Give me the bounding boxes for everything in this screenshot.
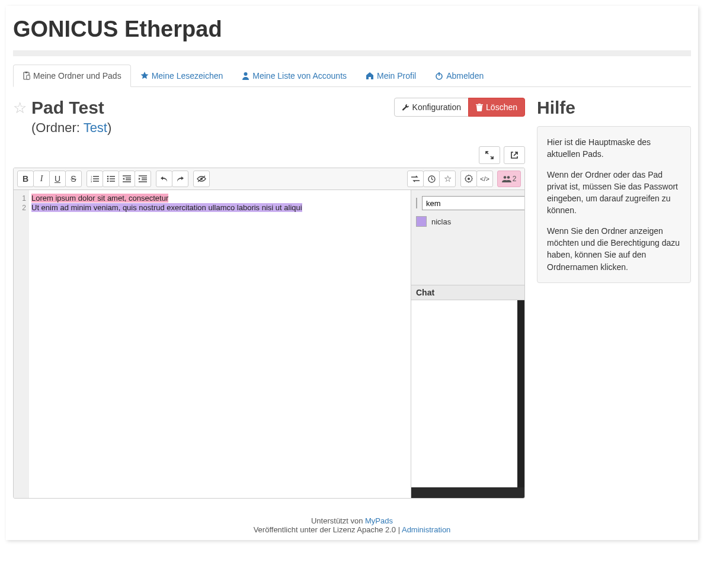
color-swatch[interactable] <box>416 198 417 208</box>
user-name: niclas <box>431 217 451 226</box>
editor-textarea[interactable]: Lorem ipsum dolor sit amet, consectetur … <box>29 190 411 498</box>
power-icon <box>435 72 443 80</box>
user-icon <box>242 72 249 80</box>
clock-icon <box>428 175 436 183</box>
chat-header[interactable]: Chat <box>411 285 524 300</box>
users-panel: niclas Chat <box>411 190 524 498</box>
mypads-link[interactable]: MyPads <box>365 516 393 525</box>
list-ol-icon: 123 <box>91 175 99 182</box>
color-swatch <box>416 216 427 227</box>
tab-profile[interactable]: Mein Profil <box>356 65 425 87</box>
svg-rect-2 <box>27 75 30 79</box>
expand-icon <box>485 151 494 159</box>
strike-button[interactable]: S <box>65 171 82 187</box>
editor-toolbar: B I U S 123 <box>14 168 524 190</box>
delete-button[interactable]: Löschen <box>468 98 525 117</box>
eye-slash-icon <box>197 175 206 182</box>
tab-bookmarks[interactable]: Meine Lesezeichen <box>131 65 233 87</box>
underline-button[interactable]: U <box>49 171 66 187</box>
undo-icon <box>160 175 168 182</box>
save-revision-button[interactable]: ☆ <box>439 171 456 187</box>
line-gutter: 1 2 <box>14 190 29 498</box>
my-username-input[interactable] <box>422 196 525 210</box>
tab-folders-label: Meine Ordner und Pads <box>33 71 121 81</box>
code-icon: </> <box>480 175 489 182</box>
indent-button[interactable] <box>135 171 151 187</box>
star-icon <box>140 72 149 80</box>
help-paragraph: Hier ist die Hauptmaske des aktuellen Pa… <box>547 136 681 160</box>
transfer-icon <box>411 175 420 182</box>
svg-point-30 <box>503 176 506 179</box>
import-export-button[interactable] <box>407 171 424 187</box>
unordered-list-button[interactable] <box>103 171 119 187</box>
star-outline-icon: ☆ <box>444 173 452 184</box>
footer: Unterstützt von MyPads Veröffentlicht un… <box>6 516 698 534</box>
help-title: Hilfe <box>537 98 691 118</box>
users-icon <box>502 175 511 182</box>
nav-tabs: Meine Ordner und Pads Meine Lesezeichen … <box>13 65 691 87</box>
folder-prefix: (Ordner: <box>31 120 84 135</box>
tab-logout[interactable]: Abmelden <box>425 65 493 87</box>
editor-line: Ut enim ad minim veniam, quis nostrud ex… <box>31 203 302 212</box>
user-row <box>416 196 520 210</box>
gear-icon <box>465 175 473 183</box>
config-button[interactable]: Konfiguration <box>394 98 469 117</box>
chat-scrollbar[interactable] <box>517 300 524 487</box>
chat-body <box>411 300 524 487</box>
outdent-icon <box>123 175 131 182</box>
settings-button[interactable] <box>460 171 477 187</box>
bookmark-star-icon[interactable]: ☆ <box>13 100 27 115</box>
admin-link[interactable]: Administration <box>402 525 450 534</box>
config-label: Konfiguration <box>412 102 462 112</box>
editor-line: Lorem ipsum dolor sit amet, consectetur <box>31 194 168 203</box>
svg-point-14 <box>107 178 109 180</box>
external-link-icon <box>510 151 519 159</box>
redo-button[interactable] <box>172 171 188 187</box>
help-paragraph: Wenn der Ordner oder das Pad privat ist,… <box>547 169 681 217</box>
bold-button[interactable]: B <box>17 171 34 187</box>
fullscreen-button[interactable] <box>479 146 500 164</box>
user-count: 2 <box>513 175 517 183</box>
pad-title: Pad Test <box>31 98 111 118</box>
ordered-list-button[interactable]: 123 <box>87 171 103 187</box>
folder-suffix: ) <box>107 120 111 135</box>
chat-input[interactable] <box>411 487 524 498</box>
tab-logout-label: Abmelden <box>446 71 484 81</box>
folder-line: (Ordner: Test) <box>31 120 111 136</box>
header-divider <box>13 50 691 56</box>
tab-accounts[interactable]: Meine Liste von Accounts <box>232 65 356 87</box>
line-number: 1 <box>14 194 28 203</box>
outdent-button[interactable] <box>119 171 135 187</box>
tab-bookmarks-label: Meine Lesezeichen <box>152 71 223 81</box>
redo-icon <box>176 175 184 182</box>
undo-button[interactable] <box>156 171 172 187</box>
list-ul-icon <box>107 175 115 182</box>
embed-button[interactable]: </> <box>476 171 493 187</box>
wrench-icon <box>402 104 409 111</box>
open-external-button[interactable] <box>504 146 525 164</box>
footer-license: Veröffentlicht unter der Lizenz Apache 2… <box>254 525 402 534</box>
user-row: niclas <box>416 216 520 227</box>
trash-icon <box>476 104 483 111</box>
site-title: GONICUS Etherpad <box>13 17 691 42</box>
svg-point-29 <box>468 178 470 180</box>
svg-text:3: 3 <box>91 180 92 182</box>
svg-rect-1 <box>25 72 28 73</box>
tab-profile-label: Mein Profil <box>377 71 416 81</box>
users-button[interactable]: 2 <box>497 171 521 187</box>
italic-button[interactable]: I <box>33 171 50 187</box>
svg-point-31 <box>507 176 510 179</box>
svg-point-3 <box>244 72 248 76</box>
editor-frame: B I U S 123 <box>13 168 525 499</box>
timeslider-button[interactable] <box>423 171 440 187</box>
tab-folders[interactable]: Meine Ordner und Pads <box>13 65 131 87</box>
folder-link[interactable]: Test <box>84 120 107 135</box>
help-paragraph: Wenn Sie den Ordner anzeigen möchten und… <box>547 225 681 273</box>
svg-point-16 <box>107 181 109 182</box>
clear-authorship-button[interactable] <box>193 171 210 187</box>
svg-point-12 <box>107 176 109 178</box>
delete-label: Löschen <box>486 102 517 112</box>
pad-actions: Konfiguration Löschen <box>394 98 525 117</box>
indent-icon <box>139 175 147 182</box>
paste-icon <box>23 72 30 80</box>
